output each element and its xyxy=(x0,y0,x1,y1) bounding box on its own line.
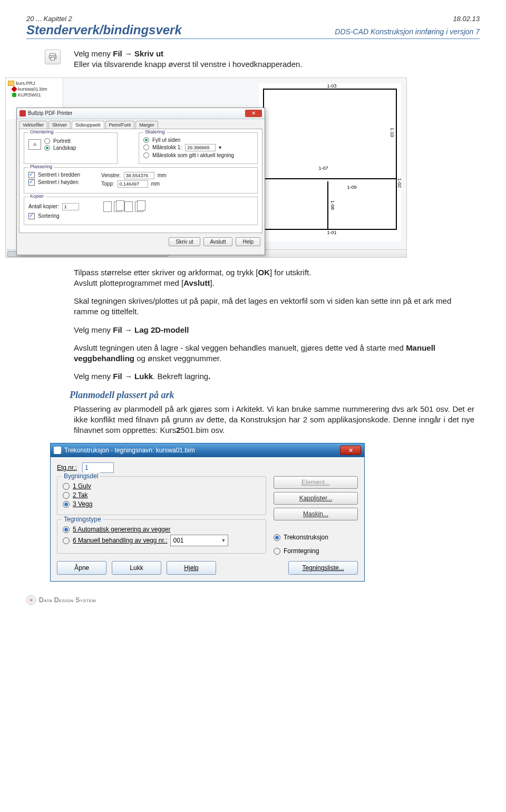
help-button[interactable]: Help xyxy=(236,237,260,246)
orientation-preview-icon: A xyxy=(28,139,41,150)
svg-point-6 xyxy=(31,600,32,601)
bygningsdel-legend: Bygningsdel xyxy=(62,472,100,480)
radio-fill-page[interactable] xyxy=(143,137,149,143)
placement-legend: Plassering xyxy=(28,164,54,169)
screenshot-print-dialog: kurs.PRJ kurswa01.bim KURSW01 1-03 1-10 … xyxy=(5,78,407,258)
scale-legend: Skalering xyxy=(143,129,167,134)
page-footer: Data Design System xyxy=(26,595,480,605)
check-center-width[interactable] xyxy=(28,172,35,178)
paragraph-adjust-size: Tilpass størrelse etter skriver og arkfo… xyxy=(74,267,474,289)
screenshot-trekonstruksjon-dialog: Trekonstruksjon - tegningsnavn: kurswa01… xyxy=(50,443,365,582)
page-header-right: 18.02.13 xyxy=(453,15,480,23)
orientation-legend: Orientering xyxy=(28,129,55,134)
paragraph-manual-wall: Avslutt tegningen uten å lagre - skal ve… xyxy=(74,343,474,364)
tegningsliste-button[interactable]: Tegningsliste... xyxy=(288,561,358,575)
close-icon[interactable]: ✕ xyxy=(340,446,361,455)
radio-tak[interactable] xyxy=(63,492,70,499)
dialog-title: Bullzip PDF Printer xyxy=(28,110,72,116)
top-margin-field[interactable]: 0.146497 xyxy=(118,180,148,188)
dds-logo-icon xyxy=(26,595,36,605)
page-title: Stenderverk/bindingsverk xyxy=(26,23,182,37)
svg-rect-2 xyxy=(51,57,55,60)
etgnr-field[interactable]: 1 xyxy=(82,462,114,473)
radio-manual-wall[interactable] xyxy=(63,537,70,544)
close-icon[interactable]: ✕ xyxy=(245,110,262,117)
radio-auto-gen[interactable] xyxy=(63,526,70,533)
tab-pennfont[interactable]: Penn/Font xyxy=(105,121,135,129)
tegningstype-legend: Tegningstype xyxy=(62,516,103,523)
etgnr-label: Etg.nr.: xyxy=(57,464,77,471)
paragraph-print-menu: Velg meny Fil → Skriv ut Eller via tilsv… xyxy=(74,49,474,70)
radio-vegg[interactable] xyxy=(63,501,70,508)
print-button[interactable]: Skriv ut xyxy=(169,237,200,246)
radio-formtegning[interactable] xyxy=(274,548,280,555)
copies-field[interactable]: 1 xyxy=(62,203,79,210)
apne-button[interactable]: Åpne xyxy=(57,561,106,575)
dialog2-title: Trekonstruksjon - tegningsnavn: kurswa01… xyxy=(64,447,195,454)
check-center-height[interactable] xyxy=(28,179,35,186)
close-button[interactable]: Avslutt xyxy=(203,237,233,246)
wall-number-combo[interactable]: 001▼ xyxy=(170,535,228,546)
pdf-icon xyxy=(20,110,26,117)
lukk-button[interactable]: Lukk xyxy=(112,561,161,575)
floorplan-canvas: 1-03 1-10 1-07 1-02 1-09 1-08 1-01 xyxy=(259,83,401,241)
page-subtitle: DDS-CAD Konstruksjon innføring i versjon… xyxy=(335,27,480,36)
paragraph-2dmodel: Velg meny Fil → Lag 2D-modell xyxy=(74,325,474,335)
radio-scale-1[interactable] xyxy=(143,144,149,150)
tab-vektorfiler[interactable]: Vektorfiler xyxy=(19,121,47,129)
app-icon xyxy=(54,447,61,454)
radio-gulv[interactable] xyxy=(63,483,70,490)
tab-skriver[interactable]: Skriver xyxy=(48,121,71,129)
tab-sideoppsett[interactable]: Sideoppsett xyxy=(72,121,104,129)
print-icon xyxy=(45,50,61,64)
collate-icon xyxy=(103,201,143,212)
element-button[interactable]: Element... xyxy=(274,476,358,489)
radio-portrait[interactable] xyxy=(44,138,50,144)
hjelp-button[interactable]: Hjelp xyxy=(167,561,216,575)
copies-legend: Kopier xyxy=(28,194,45,199)
radio-scale-drawing[interactable] xyxy=(143,152,149,158)
paragraph-close: Velg meny Fil → Lukk. Bekreft lagring. xyxy=(74,371,474,382)
maskin-button[interactable]: Maskin... xyxy=(274,508,358,520)
page-header-left: 20 ... Kapittel 2 xyxy=(26,15,72,23)
dialog-tabs: Vektorfiler Skriver Sideoppsett Penn/Fon… xyxy=(17,119,265,129)
print-dialog: Bullzip PDF Printer ✕ Vektorfiler Skrive… xyxy=(16,108,265,255)
paragraph-vectorfile: Skal tegningen skrives/plottes ut på pap… xyxy=(74,296,474,317)
left-margin-field[interactable]: 38.554376 xyxy=(124,172,154,179)
radio-landscape[interactable] xyxy=(44,145,50,151)
kapplister-button[interactable]: Kapplister... xyxy=(274,492,358,505)
subheading-planmodell: Planmodell plassert på ark xyxy=(70,390,474,401)
svg-point-3 xyxy=(55,56,56,57)
scale-value-field[interactable]: 29.366665 xyxy=(185,144,216,151)
radio-trekonstruksjon[interactable] xyxy=(274,534,280,541)
paragraph-planmodell: Plassering av planmodell på ark gjøres s… xyxy=(74,404,474,436)
check-sortering[interactable] xyxy=(28,213,35,219)
tab-marger[interactable]: Marger xyxy=(135,121,158,129)
